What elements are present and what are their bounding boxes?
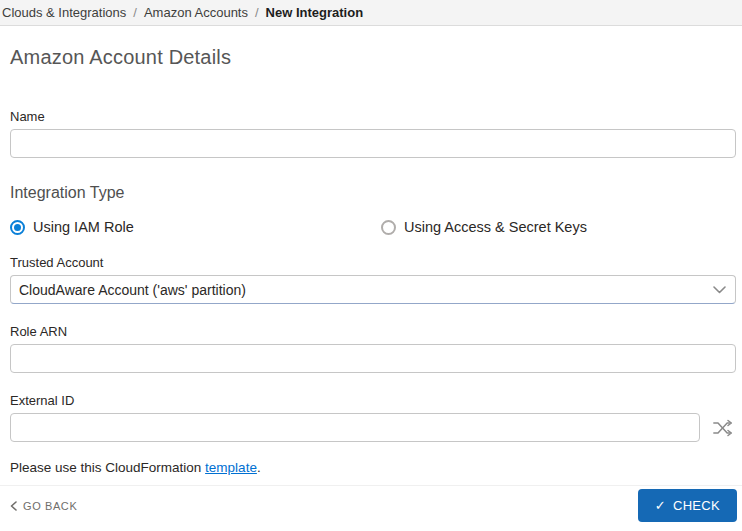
iam-role-radio-label[interactable]: Using IAM Role [33,219,134,235]
name-label: Name [10,109,736,124]
role-arn-field-group: Role ARN [10,324,736,373]
breadcrumb-item-amazon-accounts[interactable]: Amazon Accounts [144,5,248,20]
breadcrumb-item-new-integration: New Integration [266,5,364,20]
trusted-account-select-wrap: CloudAware Account ('aws' partition) [10,275,736,304]
trusted-account-label: Trusted Account [10,255,736,270]
integration-type-options: Using IAM Role Using Access & Secret Key… [10,219,736,235]
external-id-row [10,413,736,442]
go-back-button[interactable]: GO BACK [10,500,77,512]
footer-actions: GO BACK ✓ CHECK [0,485,742,531]
form-container: Amazon Account Details Name Integration … [0,46,742,475]
cloudformation-note: Please use this CloudFormation template. [10,460,736,475]
access-secret-keys-radio[interactable] [381,220,396,235]
breadcrumb: Clouds & Integrations / Amazon Accounts … [0,0,742,26]
check-icon: ✓ [655,498,666,513]
radio-option-access-keys[interactable]: Using Access & Secret Keys [381,219,587,235]
check-button[interactable]: ✓ CHECK [638,489,737,522]
breadcrumb-separator: / [255,5,259,20]
iam-role-radio[interactable] [10,220,25,235]
go-back-label: GO BACK [23,500,77,512]
chevron-left-icon [10,501,17,511]
breadcrumb-separator: / [133,5,137,20]
role-arn-input[interactable] [10,344,736,373]
check-button-label: CHECK [673,498,720,513]
external-id-field-group: External ID [10,393,736,442]
radio-option-iam-role[interactable]: Using IAM Role [10,219,381,235]
regenerate-external-id-button[interactable] [711,417,735,439]
cloudformation-template-link[interactable]: template [205,460,257,475]
external-id-input[interactable] [10,413,700,442]
name-input[interactable] [10,129,736,158]
trusted-account-field-group: Trusted Account CloudAware Account ('aws… [10,255,736,304]
role-arn-label: Role ARN [10,324,736,339]
integration-type-heading: Integration Type [10,184,736,202]
breadcrumb-item-clouds-integrations[interactable]: Clouds & Integrations [2,5,126,20]
cloudformation-note-text: Please use this CloudFormation [10,460,205,475]
page-title: Amazon Account Details [10,46,736,69]
external-id-label: External ID [10,393,736,408]
shuffle-icon [713,419,733,437]
cloudformation-note-period: . [257,460,261,475]
trusted-account-select[interactable]: CloudAware Account ('aws' partition) [10,275,736,304]
access-secret-keys-radio-label[interactable]: Using Access & Secret Keys [404,219,587,235]
name-field-group: Name [10,109,736,158]
